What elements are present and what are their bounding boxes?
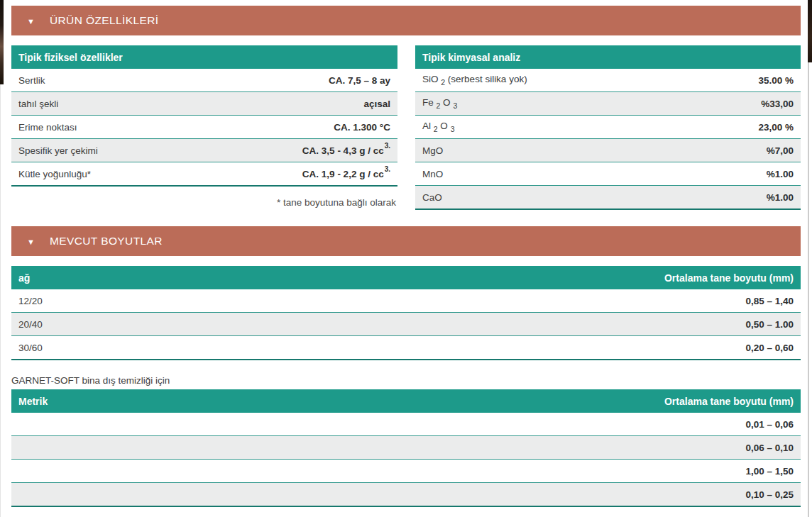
table-row: SiO 2 (serbest silika yok) 35.00 % [415,69,801,92]
table-row: Al 2 O 3 23,00 % [415,116,801,139]
compound-value: 23,00 % [608,116,801,139]
table-row: tahıl şekli açısal [11,92,397,116]
metric-sizes-table: Metrik Ortalama tane boyutu (mm) 0,01 – … [11,389,801,507]
table-row: Erime noktası CA. 1.300 °C [11,116,397,139]
section-title: MEVCUT BOYUTLAR [50,235,163,248]
table-row: Kütle yoğunluğu* CA. 1,9 - 2,2 g / cc3. [11,162,397,187]
table-row: 0,01 – 0,06 [11,413,801,436]
table-row: Sertlik CA. 7,5 – 8 ay [11,69,397,92]
size-value: 0,50 – 1.00 [406,313,801,336]
page-edge-line-left [0,84,1,517]
physical-properties-column: Tipik fiziksel özellikler Sertlik CA. 7,… [11,45,397,210]
size-value: 0,85 – 1,40 [406,289,801,313]
size-value: 0,20 – 0,60 [406,336,801,360]
mesh-value: 30/60 [11,336,406,360]
mesh-value: 20/40 [11,313,406,336]
section-header-product-properties[interactable]: ▼ ÜRÜN ÖZELLİKLERİ [11,6,801,35]
size-value: 1,00 – 1,50 [406,460,801,483]
property-value: CA. 7,5 – 8 ay [204,69,397,92]
size-value: 0,01 – 0,06 [406,413,801,436]
table-row: 30/60 0,20 – 0,60 [11,336,801,360]
property-value: CA. 1,9 - 2,2 g / cc3. [204,162,397,187]
size-value: 0,06 – 0,10 [406,436,801,460]
superscript: 3. [385,142,390,150]
property-value: CA. 3,5 - 4,3 g / cc3. [204,139,397,162]
table-row: Fe 2 O 3 %33,00 [415,92,801,116]
table-row: Spesifik yer çekimi CA. 3,5 - 4,3 g / cc… [11,139,397,162]
compound-label: MgO [415,139,608,162]
size-column-header: Ortalama tane boyutu (mm) [406,266,801,289]
properties-columns: Tipik fiziksel özellikler Sertlik CA. 7,… [11,45,801,210]
metric-label [11,436,406,460]
table-row: 0,10 – 0,25 [11,483,801,507]
property-label: Spesifik yer çekimi [11,139,204,162]
compound-label: CaO [415,186,608,210]
mesh-sizes-table: ağ Ortalama tane boyutu (mm) 12/20 0,85 … [11,266,801,360]
compound-label: Fe 2 O 3 [415,92,608,116]
compound-value: %33,00 [608,92,801,116]
table-row: MgO %7,00 [415,139,801,162]
metric-column-header: Metrik [11,389,406,413]
triangle-down-icon: ▼ [27,238,35,246]
property-value: açısal [204,92,397,116]
garnet-soft-note: GARNET-SOFT bina dış temizliği için [11,375,801,386]
property-label: Kütle yoğunluğu* [11,162,204,187]
table-row: MnO %1.00 [415,162,801,186]
compound-label: MnO [415,162,608,186]
table-row: CaO %1.00 [415,186,801,210]
size-value: 0,10 – 0,25 [406,483,801,507]
property-label: Sertlik [11,69,204,92]
compound-value: %1.00 [608,162,801,186]
table-row: 12/20 0,85 – 1,40 [11,289,801,313]
physical-properties-table: Tipik fiziksel özellikler Sertlik CA. 7,… [11,45,397,187]
compound-value: 35.00 % [608,69,801,92]
table-row: 1,00 – 1,50 [11,460,801,483]
section-header-available-sizes[interactable]: ▼ MEVCUT BOYUTLAR [11,226,801,256]
mesh-value: 12/20 [11,289,406,313]
superscript: 3. [385,165,390,173]
section-title: ÜRÜN ÖZELLİKLERİ [50,14,159,27]
table-row: 0,06 – 0,10 [11,436,801,460]
product-specs-panel: ▼ ÜRÜN ÖZELLİKLERİ Tipik fiziksel özelli… [11,0,801,507]
size-column-header: Ortalama tane boyutu (mm) [406,389,801,413]
compound-label: Al 2 O 3 [415,116,608,139]
metric-label [11,413,406,436]
table-row: 20/40 0,50 – 1.00 [11,313,801,336]
triangle-down-icon: ▼ [27,18,35,26]
compound-value: %7,00 [608,139,801,162]
property-value: CA. 1.300 °C [204,116,397,139]
page-edge-photo-left [0,0,4,84]
metric-label [11,483,406,507]
chemical-table-header: Tipik kimyasal analiz [415,45,801,69]
compound-label: SiO 2 (serbest silika yok) [415,69,608,92]
chemical-analysis-table: Tipik kimyasal analiz SiO 2 (serbest sil… [415,45,801,210]
property-label: Erime noktası [11,116,204,139]
property-label: tahıl şekli [11,92,204,116]
compound-value: %1.00 [608,186,801,210]
chemical-analysis-column: Tipik kimyasal analiz SiO 2 (serbest sil… [415,45,801,210]
metric-label [11,460,406,483]
mesh-column-header: ağ [11,266,406,289]
page-edge-line-right [808,62,809,517]
footnote: * tane boyutuna bağlı olarak [11,197,397,208]
physical-table-header: Tipik fiziksel özellikler [11,45,397,69]
page-edge-photo-right [808,0,812,62]
